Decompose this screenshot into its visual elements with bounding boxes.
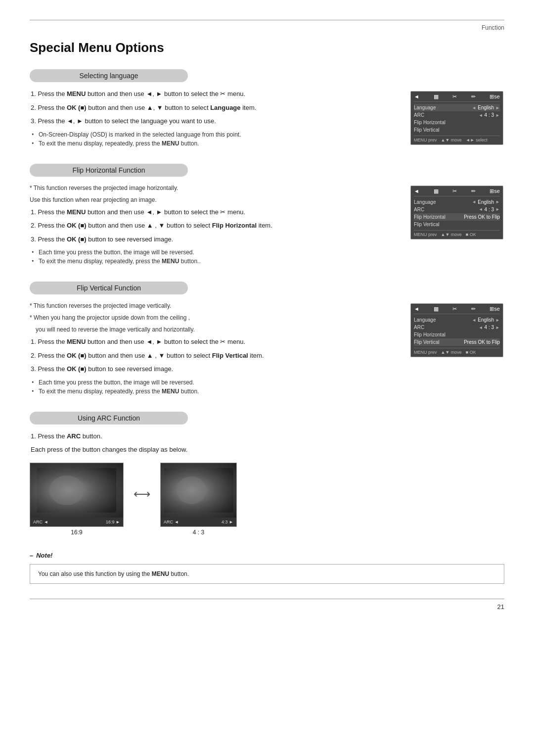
section-header-selecting-language: Selecting language	[30, 69, 188, 82]
section-content-flip-h: * This function reverses the projected i…	[30, 184, 504, 266]
section-arc: Using ARC Function 1. Press the ARC butt…	[30, 412, 504, 536]
arc-arrow-right: ⟷	[134, 487, 150, 501]
page-number: 21	[30, 603, 504, 611]
section-flip-vertical: Flip Vertical Function * This function r…	[30, 282, 504, 396]
step-1-flip-v: 1. Press the MENU button and then use ◄,…	[30, 337, 400, 347]
arc-label-169: 16:9	[30, 529, 124, 536]
top-rule	[30, 20, 504, 20]
step-num: 2.	[31, 104, 38, 111]
step-3-lang: 3. Press the ◄, ► button to select the l…	[30, 116, 400, 126]
note-text-after: button.	[169, 570, 189, 577]
note-menu-bold: MENU	[152, 570, 169, 577]
note-flip-h1: Each time you press the button, the imag…	[30, 248, 400, 257]
arc-image-43: ARC ◄ 4:3 ► 4 : 3	[160, 463, 237, 536]
step-num: 2.	[31, 352, 38, 359]
step-3-flip-v: 3. Press the OK (■) button to see revers…	[30, 364, 400, 374]
asterisk-note-flip-v2: * When you hang the projector upside dow…	[30, 313, 400, 322]
note-container: Note! You can also use this function by …	[30, 552, 504, 584]
note-box: You can also use this function by using …	[30, 564, 504, 584]
step-num: 1.	[31, 208, 38, 216]
arc-images-container: ARC ◄ 16:9 ► 16:9 ⟷	[30, 463, 504, 536]
step-num: 2.	[31, 222, 38, 229]
step-desc-arc: Each press of the button changes the dis…	[30, 445, 504, 455]
section-content-selecting-language: 1. Press the MENU button and then use ◄,…	[30, 89, 504, 148]
note-flip-v1: Each time you press the button, the imag…	[30, 378, 400, 387]
step-num: 3.	[31, 236, 38, 243]
step-3-flip-h: 3. Press the OK (■) button to see revers…	[30, 235, 400, 244]
section-text-arc: 1. Press the ARC button. Each press of t…	[30, 431, 504, 536]
arc-visual-169	[37, 468, 116, 513]
section-text-flip-v: * This function reverses the projected i…	[30, 301, 400, 396]
language-bold: Language	[210, 104, 240, 111]
step-2-flip-h: 2. Press the OK (■) button and then use …	[30, 221, 400, 231]
menu-mockup-lang: ◄ ▦ ✂ ✏ ⊞se Language ◄ English ► ARC ◄ 4…	[410, 91, 504, 145]
asterisk-note-flip-h1: * This function reverses the projected i…	[30, 184, 400, 192]
note-exit-menu: To exit the menu display, repeatedly, pr…	[30, 139, 400, 148]
section-text-flip-h: * This function reverses the projected i…	[30, 184, 400, 266]
menu-mockup-flip-v: ◄ ▦ ✂ ✏ ⊞se Language ◄ English ► ARC ◄ 4…	[410, 303, 504, 357]
section-content-flip-v: * This function reverses the projected i…	[30, 301, 504, 396]
function-label: Function	[30, 24, 504, 31]
arc-bold: ARC	[67, 432, 81, 440]
note-osd: On-Screen-Display (OSD) is marked in the…	[30, 130, 400, 139]
bottom-rule	[30, 599, 504, 599]
asterisk-note-flip-v1: * This function reverses the projected i…	[30, 301, 400, 310]
step-1-lang: 1. Press the MENU button and then use ◄,…	[30, 89, 400, 99]
arc-image-169: ARC ◄ 16:9 ► 16:9	[30, 463, 124, 536]
ok-bold: OK (■)	[67, 104, 87, 111]
section-flip-horizontal: Flip Horizontal Function * This function…	[30, 164, 504, 266]
section-header-flip-h: Flip Horizontal Function	[30, 164, 188, 177]
section-header-arc: Using ARC Function	[30, 412, 188, 425]
step-2-flip-v: 2. Press the OK (■) button and then use …	[30, 351, 400, 361]
arc-label-43: 4 : 3	[160, 529, 237, 536]
section-header-flip-v: Flip Vertical Function	[30, 282, 188, 294]
step-num: 3.	[31, 117, 38, 125]
note-flip-v2: To exit the menu display, repeatedly, pr…	[30, 387, 400, 396]
arc-visual-43	[164, 468, 233, 513]
step-2-lang: 2. Press the OK (■) button and then use …	[30, 103, 400, 113]
page-title: Special Menu Options	[30, 40, 504, 55]
step-1-arc: 1. Press the ARC button.	[30, 431, 504, 441]
step-1-flip-h: 1. Press the MENU button and then use ◄,…	[30, 207, 400, 217]
section-selecting-language: Selecting language 1. Press the MENU but…	[30, 69, 504, 148]
asterisk-note-flip-v3: you will need to reverse the image verti…	[30, 325, 400, 334]
step-num: 1.	[31, 90, 38, 97]
menu-mockup-flip-h: ◄ ▦ ✂ ✏ ⊞se Language ◄ English ► ARC ◄ 4…	[410, 186, 504, 239]
menu-bold: MENU	[67, 90, 86, 97]
svg-point-3	[177, 476, 206, 504]
step-num: 1.	[31, 338, 38, 345]
asterisk-note-flip-h2: Use this function when rear projecting a…	[30, 195, 400, 204]
section-text-selecting-language: 1. Press the MENU button and then use ◄,…	[30, 89, 400, 148]
note-text-before: You can also use this function by using …	[38, 570, 152, 577]
svg-point-1	[49, 475, 84, 505]
step-num: 3.	[31, 365, 38, 373]
note-title: Note!	[30, 552, 504, 559]
note-flip-h2: To exit the menu display, repeatedly, pr…	[30, 257, 400, 266]
